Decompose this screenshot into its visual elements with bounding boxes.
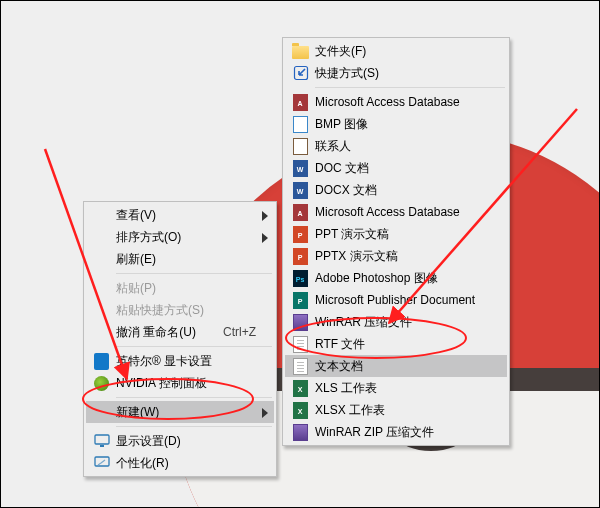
menu-item-label: 粘贴(P) (116, 280, 156, 297)
rar-file-icon (291, 313, 309, 331)
menu-item-label: 排序方式(O) (116, 229, 181, 246)
menu-item-label: DOC 文档 (315, 160, 369, 177)
submenu-item-xlsx[interactable]: X XLSX 工作表 (285, 399, 507, 421)
personalize-icon (92, 454, 110, 472)
submenu-item-text-document[interactable]: 文本文档 (285, 355, 507, 377)
new-submenu: 文件夹(F) 快捷方式(S) A Microsoft Access Databa… (282, 37, 510, 446)
xls-file-icon: X (291, 379, 309, 397)
menu-item-nvidia-panel[interactable]: NVIDIA 控制面板 (86, 372, 274, 394)
submenu-arrow-icon (262, 210, 268, 224)
menu-separator (116, 273, 272, 274)
intel-icon (92, 352, 110, 370)
submenu-arrow-icon (262, 407, 268, 421)
text-file-icon (291, 357, 309, 375)
menu-item-label: XLSX 工作表 (315, 402, 385, 419)
menu-item-label: NVIDIA 控制面板 (116, 375, 207, 392)
menu-item-label: 显示设置(D) (116, 433, 181, 450)
menu-item-label: 撤消 重命名(U) (116, 324, 196, 341)
doc-file-icon: W (291, 159, 309, 177)
menu-item-label: PPTX 演示文稿 (315, 248, 398, 265)
submenu-item-zip[interactable]: WinRAR ZIP 压缩文件 (285, 421, 507, 443)
menu-item-label: 查看(V) (116, 207, 156, 224)
submenu-item-docx[interactable]: W DOCX 文档 (285, 179, 507, 201)
menu-item-intel-graphics[interactable]: 英特尔® 显卡设置 (86, 350, 274, 372)
menu-item-refresh[interactable]: 刷新(E) (86, 248, 274, 270)
desktop-context-menu: 查看(V) 排序方式(O) 刷新(E) 粘贴(P) 粘贴快捷方式(S) 撤消 重… (83, 201, 277, 477)
access-file-icon: A (291, 93, 309, 111)
submenu-item-rar[interactable]: WinRAR 压缩文件 (285, 311, 507, 333)
menu-item-label: Adobe Photoshop 图像 (315, 270, 438, 287)
menu-item-label: RTF 文件 (315, 336, 365, 353)
submenu-item-folder[interactable]: 文件夹(F) (285, 40, 507, 62)
menu-item-label: Microsoft Access Database (315, 205, 460, 219)
folder-icon (291, 42, 309, 60)
submenu-item-ppt[interactable]: P PPT 演示文稿 (285, 223, 507, 245)
menu-item-label: WinRAR 压缩文件 (315, 314, 412, 331)
submenu-item-bmp[interactable]: BMP 图像 (285, 113, 507, 135)
menu-separator (116, 397, 272, 398)
submenu-item-contact[interactable]: 联系人 (285, 135, 507, 157)
submenu-item-access-2[interactable]: A Microsoft Access Database (285, 201, 507, 223)
menu-item-undo-rename[interactable]: 撤消 重命名(U) Ctrl+Z (86, 321, 274, 343)
menu-separator (116, 426, 272, 427)
access-file-icon: A (291, 203, 309, 221)
docx-file-icon: W (291, 181, 309, 199)
publisher-file-icon: P (291, 291, 309, 309)
submenu-item-pptx[interactable]: P PPTX 演示文稿 (285, 245, 507, 267)
submenu-item-shortcut[interactable]: 快捷方式(S) (285, 62, 507, 84)
submenu-item-rtf[interactable]: RTF 文件 (285, 333, 507, 355)
xlsx-file-icon: X (291, 401, 309, 419)
menu-item-label: 快捷方式(S) (315, 65, 379, 82)
rtf-file-icon (291, 335, 309, 353)
menu-item-label: 英特尔® 显卡设置 (116, 353, 212, 370)
svg-rect-0 (95, 435, 109, 444)
submenu-item-publisher[interactable]: P Microsoft Publisher Document (285, 289, 507, 311)
bmp-file-icon (291, 115, 309, 133)
menu-item-label: XLS 工作表 (315, 380, 377, 397)
svg-rect-1 (100, 445, 104, 447)
menu-item-label: WinRAR ZIP 压缩文件 (315, 424, 434, 441)
menu-item-label: 文本文档 (315, 358, 363, 375)
menu-item-label: DOCX 文档 (315, 182, 377, 199)
submenu-item-psd[interactable]: Ps Adobe Photoshop 图像 (285, 267, 507, 289)
submenu-item-xls[interactable]: X XLS 工作表 (285, 377, 507, 399)
menu-item-new[interactable]: 新建(W) (86, 401, 274, 423)
menu-item-personalize[interactable]: 个性化(R) (86, 452, 274, 474)
photoshop-file-icon: Ps (291, 269, 309, 287)
menu-item-label: 文件夹(F) (315, 43, 366, 60)
menu-item-display-settings[interactable]: 显示设置(D) (86, 430, 274, 452)
submenu-item-access[interactable]: A Microsoft Access Database (285, 91, 507, 113)
ppt-file-icon: P (291, 225, 309, 243)
menu-item-paste-shortcut: 粘贴快捷方式(S) (86, 299, 274, 321)
menu-item-label: 粘贴快捷方式(S) (116, 302, 204, 319)
menu-item-view[interactable]: 查看(V) (86, 204, 274, 226)
menu-item-label: BMP 图像 (315, 116, 368, 133)
menu-item-label: Microsoft Access Database (315, 95, 460, 109)
menu-item-label: 新建(W) (116, 404, 159, 421)
menu-separator (116, 346, 272, 347)
shortcut-icon (291, 64, 309, 82)
menu-item-shortcut: Ctrl+Z (223, 325, 256, 339)
pptx-file-icon: P (291, 247, 309, 265)
menu-item-label: PPT 演示文稿 (315, 226, 389, 243)
menu-item-label: 个性化(R) (116, 455, 169, 472)
menu-item-sort[interactable]: 排序方式(O) (86, 226, 274, 248)
nvidia-icon (92, 374, 110, 392)
menu-item-label: 刷新(E) (116, 251, 156, 268)
zip-file-icon (291, 423, 309, 441)
contact-file-icon (291, 137, 309, 155)
menu-item-label: 联系人 (315, 138, 351, 155)
menu-separator (315, 87, 505, 88)
menu-item-label: Microsoft Publisher Document (315, 293, 475, 307)
submenu-arrow-icon (262, 232, 268, 246)
submenu-item-doc[interactable]: W DOC 文档 (285, 157, 507, 179)
menu-item-paste: 粘贴(P) (86, 277, 274, 299)
display-settings-icon (92, 432, 110, 450)
